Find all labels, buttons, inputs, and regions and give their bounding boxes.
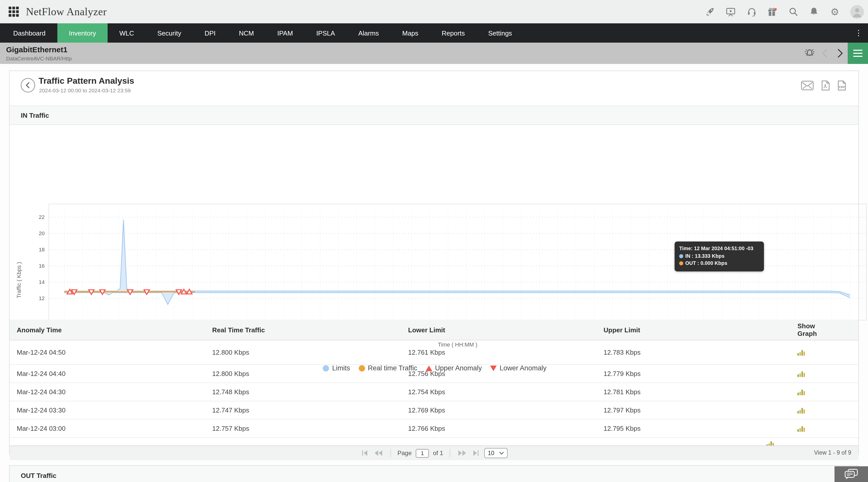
bell-icon[interactable] <box>809 6 819 17</box>
svg-text:16: 16 <box>39 263 45 269</box>
report-title: Traffic Pattern Analysis <box>38 76 134 86</box>
table-cell: 12.761 Kbps <box>408 349 603 356</box>
tooltip-time: Time: 12 Mar 2024 04:51:00 -03 <box>679 245 760 252</box>
chart-tooltip: Time: 12 Mar 2024 04:51:00 -03 IN : 13.3… <box>675 242 764 271</box>
table-cell: Mar-12-24 04:40 <box>17 370 212 378</box>
next-page-button[interactable] <box>457 450 467 456</box>
report-header: Traffic Pattern Analysis 2024-03-12 00:0… <box>10 71 858 105</box>
apps-grid-icon[interactable] <box>8 6 19 17</box>
page-number-input[interactable] <box>416 449 429 457</box>
table-cell: Mar-12-24 04:50 <box>17 349 212 356</box>
table-footer: Page of 1 10 View 1 - 9 of 9 <box>10 446 858 460</box>
table-cell: 12.766 Kbps <box>408 425 603 432</box>
svg-text:18: 18 <box>39 247 45 252</box>
column-header-upper-limit[interactable]: Upper Limit <box>603 326 798 333</box>
traffic-pattern-card: Traffic Pattern Analysis 2024-03-12 00:0… <box>9 70 859 455</box>
presentation-play-icon[interactable] <box>725 6 736 17</box>
nav-item-inventory[interactable]: Inventory <box>57 23 107 43</box>
svg-text:14: 14 <box>39 279 45 285</box>
gear-icon[interactable]: ⚙ <box>830 6 840 17</box>
nav-item-settings[interactable]: Settings <box>476 23 524 43</box>
previous-page-button[interactable] <box>373 450 384 456</box>
table-cell: 12.795 Kbps <box>603 425 798 432</box>
show-graph-button[interactable] <box>798 407 805 414</box>
rocket-icon[interactable] <box>705 6 715 17</box>
table-cell: 12.754 Kbps <box>408 388 603 396</box>
nav-item-maps[interactable]: Maps <box>391 23 430 43</box>
table-row: Mar-12-24 03:0012.757 Kbps12.766 Kbps12.… <box>10 420 858 438</box>
table-cell: 12.756 Kbps <box>408 370 603 378</box>
table-row: Mar-12-24 03:3012.747 Kbps12.769 Kbps12.… <box>10 401 858 420</box>
nav-item-dashboard[interactable]: Dashboard <box>2 23 57 43</box>
gift-icon[interactable] <box>767 6 778 17</box>
column-header-show-graph[interactable]: Show Graph <box>798 322 836 338</box>
interface-name: GigabitEthernet1 <box>6 45 67 54</box>
nav-item-ncm[interactable]: NCM <box>227 23 266 43</box>
page-size-select[interactable]: 10 <box>484 448 507 458</box>
table-cell: Mar-12-24 03:00 <box>17 425 212 432</box>
topbar-actions: ⚙ <box>705 0 864 23</box>
page-label: Page <box>398 450 412 457</box>
column-header-real-time-traffic[interactable]: Real Time Traffic <box>212 326 408 333</box>
hamburger-menu-icon[interactable] <box>848 43 868 64</box>
column-header-lower-limit[interactable]: Lower Limit <box>408 326 603 333</box>
svg-text:20: 20 <box>39 230 45 236</box>
column-header-anomaly-time[interactable]: Anomaly Time <box>17 326 212 333</box>
table-cell: 12.800 Kbps <box>212 370 408 378</box>
first-page-button[interactable] <box>361 450 369 456</box>
chevron-right-icon[interactable] <box>833 43 848 64</box>
nav-item-ipam[interactable]: IPAM <box>266 23 305 43</box>
show-graph-button[interactable] <box>798 425 805 432</box>
app-title: NetFlow Analyzer <box>26 5 107 18</box>
table-header-row: Anomaly TimeReal Time TrafficLower Limit… <box>10 320 858 341</box>
table-cell: Mar-12-24 04:30 <box>17 388 212 396</box>
report-export-actions: CSV <box>801 80 846 91</box>
in-traffic-label: IN Traffic <box>21 111 49 119</box>
show-graph-button[interactable] <box>767 440 774 446</box>
show-graph-button[interactable] <box>798 349 805 356</box>
nav-item-ipsla[interactable]: IPSLA <box>305 23 347 43</box>
table-cell: 12.781 Kbps <box>603 388 798 396</box>
nav-item-wlc[interactable]: WLC <box>107 23 146 43</box>
back-button[interactable] <box>20 77 35 93</box>
table-row: Mar-12-24 04:4012.800 Kbps12.756 Kbps12.… <box>10 365 858 383</box>
alarm-bell-icon[interactable] <box>802 43 817 64</box>
interface-subheader: GigabitEthernet1 DataCentreAVC-NBAR/Http <box>0 43 868 64</box>
svg-text:12: 12 <box>39 295 45 301</box>
netflow-analyzer-window: NetFlow Analyzer ⚙ <box>0 0 868 482</box>
table-cell: 12.769 Kbps <box>408 407 603 414</box>
report-date-range: 2024-03-12 00:00 to 2024-03-12 23:59 <box>39 87 131 93</box>
pdf-export-icon[interactable] <box>821 80 830 91</box>
chevron-down-icon <box>499 452 504 455</box>
out-traffic-label: OUT Traffic <box>21 472 56 479</box>
out-traffic-section-header: OUT Traffic <box>9 465 859 482</box>
anomaly-table: Anomaly TimeReal Time TrafficLower Limit… <box>10 320 858 460</box>
tooltip-in-value: IN : 13.333 Kbps <box>679 252 760 260</box>
kebab-menu-icon[interactable]: ⋮ <box>852 23 865 43</box>
top-bar: NetFlow Analyzer ⚙ <box>0 0 868 23</box>
nav-item-dpi[interactable]: DPI <box>193 23 227 43</box>
main-nav: DashboardInventoryWLCSecurityDPINCMIPAMI… <box>0 23 868 43</box>
table-cell: 12.748 Kbps <box>212 388 408 396</box>
headset-icon[interactable] <box>746 6 757 17</box>
table-row-partial <box>10 438 858 446</box>
user-avatar[interactable] <box>850 5 864 19</box>
show-graph-button[interactable] <box>798 371 805 377</box>
nav-item-alarms[interactable]: Alarms <box>347 23 391 43</box>
show-graph-button[interactable] <box>798 389 805 395</box>
divider <box>450 449 450 457</box>
nav-item-reports[interactable]: Reports <box>430 23 476 43</box>
table-cell: Mar-12-24 03:30 <box>17 407 212 414</box>
feedback-button[interactable] <box>835 466 868 482</box>
table-row: Mar-12-24 04:5012.800 Kbps12.761 Kbps12.… <box>10 341 858 365</box>
csv-export-icon[interactable]: CSV <box>838 80 846 91</box>
table-cell: 12.757 Kbps <box>212 425 408 432</box>
email-icon[interactable] <box>801 81 814 90</box>
chevron-left-icon[interactable] <box>817 43 833 64</box>
search-icon[interactable] <box>788 6 799 17</box>
table-cell: 12.800 Kbps <box>212 349 408 356</box>
nav-item-security[interactable]: Security <box>146 23 193 43</box>
table-body: Mar-12-24 04:5012.800 Kbps12.761 Kbps12.… <box>10 341 858 438</box>
in-series-dot <box>679 254 683 258</box>
last-page-button[interactable] <box>471 450 480 456</box>
